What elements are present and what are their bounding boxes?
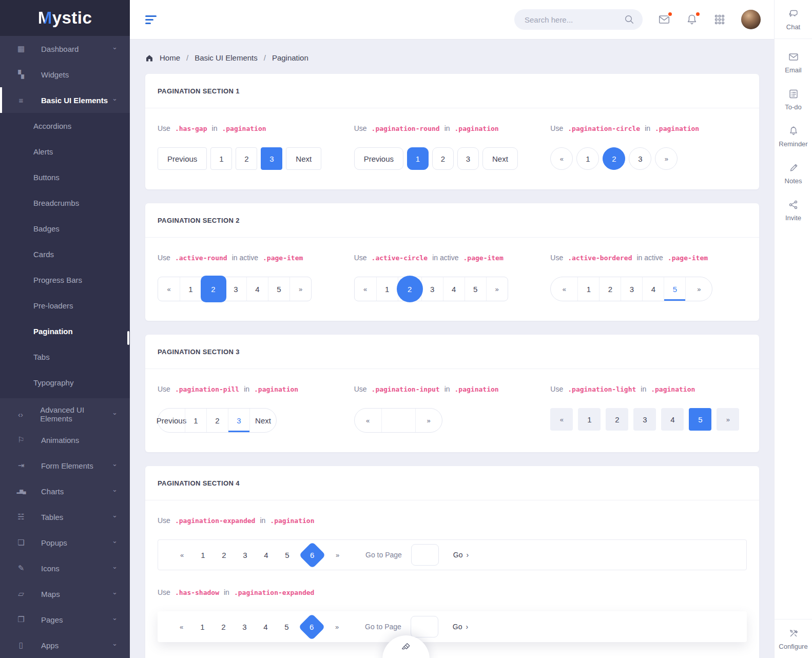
page-3-button[interactable]: 3 <box>234 623 255 631</box>
page-5-button-active[interactable]: 5 <box>664 277 685 301</box>
next-page-button[interactable]: Next <box>249 409 276 432</box>
page-2-button[interactable]: 2 <box>213 623 234 631</box>
rail-item-chat[interactable]: Chat <box>775 0 812 39</box>
apps-grid-button[interactable] <box>713 13 726 26</box>
page-2-button-active[interactable]: 2 <box>201 277 225 301</box>
rail-item-invite[interactable]: Invite <box>775 192 812 229</box>
sidebar-toggle-button[interactable] <box>145 15 157 24</box>
last-page-button[interactable]: » <box>415 409 442 432</box>
user-avatar[interactable] <box>741 10 761 29</box>
rail-item-notes[interactable]: Notes <box>775 155 812 192</box>
sidebar-item-dashboard[interactable]: ▦ Dashboard ⌄ <box>0 36 130 62</box>
first-page-button[interactable]: « <box>171 551 192 559</box>
sidebar-item-popups[interactable]: ❏ Popups ⌄ <box>0 530 130 555</box>
page-2-button[interactable]: 2 <box>236 147 257 170</box>
sidebar-item-pages[interactable]: ❐ Pages ⌄ <box>0 607 130 632</box>
page-number-input[interactable] <box>382 409 415 432</box>
page-3-button[interactable]: 3 <box>421 277 443 301</box>
breadcrumb-home[interactable]: Home <box>160 53 180 62</box>
sidebar-item-basic-ui-elements[interactable]: ≡ Basic UI Elements ⌄ <box>0 87 130 113</box>
page-4-button[interactable]: 4 <box>255 623 276 631</box>
sidebar-subitem-progress-bars[interactable]: Progress Bars <box>0 267 130 293</box>
page-1-button[interactable]: 1 <box>577 277 599 301</box>
page-1-button[interactable]: 1 <box>376 277 398 301</box>
page-4-button[interactable]: 4 <box>642 277 664 301</box>
page-1-button[interactable]: 1 <box>576 147 599 170</box>
page-1-button[interactable]: 1 <box>192 623 213 631</box>
previous-page-button[interactable]: Previous <box>158 147 207 170</box>
last-page-button[interactable]: » <box>717 408 739 431</box>
page-2-button-active[interactable]: 2 <box>603 147 625 170</box>
previous-page-button[interactable]: Previous <box>354 147 403 170</box>
rail-item-email[interactable]: Email <box>775 44 812 81</box>
rail-item-configure[interactable]: Configure <box>775 619 812 658</box>
sidebar-item-advanced-ui-elements[interactable]: ‹› Advanced UI Elements ⌄ <box>0 401 130 427</box>
notifications-button[interactable] <box>686 13 698 26</box>
page-3-button-active[interactable]: 3 <box>228 409 249 432</box>
sidebar-subitem-badges[interactable]: Badges <box>0 216 130 241</box>
rail-item-reminder[interactable]: Reminder <box>775 118 812 155</box>
page-1-button[interactable]: 1 <box>192 551 214 559</box>
last-page-button[interactable]: » <box>655 147 678 170</box>
sidebar-item-animations[interactable]: ⚐ Animations <box>0 427 130 453</box>
page-3-button[interactable]: 3 <box>633 408 656 431</box>
go-button[interactable]: Go› <box>453 551 469 559</box>
goto-page-input[interactable] <box>411 616 438 637</box>
first-page-button[interactable]: « <box>355 409 381 432</box>
page-4-button[interactable]: 4 <box>661 408 684 431</box>
first-page-button[interactable]: « <box>551 277 577 301</box>
page-3-button-active[interactable]: 3 <box>261 147 282 170</box>
first-page-button[interactable]: « <box>550 147 573 170</box>
page-3-button[interactable]: 3 <box>235 551 256 559</box>
breadcrumb-basic-ui[interactable]: Basic UI Elements <box>195 53 258 62</box>
page-5-button[interactable]: 5 <box>277 551 298 559</box>
go-button[interactable]: Go› <box>453 623 468 631</box>
sidebar-subitem-breadcrumbs[interactable]: Breadcrumbs <box>0 190 130 216</box>
sidebar-subitem-pre-loaders[interactable]: Pre-loaders <box>0 293 130 318</box>
last-page-button[interactable]: » <box>685 277 712 301</box>
page-2-button[interactable]: 2 <box>606 408 628 431</box>
page-3-button[interactable]: 3 <box>457 147 479 170</box>
page-5-button[interactable]: 5 <box>276 623 297 631</box>
sidebar-subitem-buttons[interactable]: Buttons <box>0 164 130 190</box>
rail-item-todo[interactable]: To-do <box>775 81 812 118</box>
sidebar-subitem-alerts[interactable]: Alerts <box>0 139 130 164</box>
first-page-button[interactable]: « <box>355 277 376 301</box>
messages-button[interactable] <box>658 13 670 26</box>
page-6-button-active[interactable]: 6 <box>299 541 325 568</box>
page-6-button-active[interactable]: 6 <box>298 613 325 640</box>
sidebar-item-form-elements[interactable]: ⇥ Form Elements ⌄ <box>0 453 130 478</box>
sidebar-scrollbar-thumb[interactable] <box>127 331 129 345</box>
page-4-button[interactable]: 4 <box>246 277 268 301</box>
sidebar-subitem-typography[interactable]: Typography <box>0 370 130 395</box>
sidebar-item-widgets[interactable]: ▚ Widgets <box>0 62 130 87</box>
page-1-button[interactable]: 1 <box>185 409 206 432</box>
first-page-button[interactable]: « <box>158 277 180 301</box>
sidebar-subitem-cards[interactable]: Cards <box>0 241 130 267</box>
sidebar-subitem-pagination[interactable]: Pagination <box>0 318 130 344</box>
page-4-button[interactable]: 4 <box>443 277 465 301</box>
page-2-button[interactable]: 2 <box>599 277 621 301</box>
last-page-button[interactable]: » <box>289 277 311 301</box>
page-2-button[interactable]: 2 <box>432 147 454 170</box>
page-1-button[interactable]: 1 <box>210 147 232 170</box>
first-page-button[interactable]: « <box>171 623 192 631</box>
first-page-button[interactable]: « <box>550 408 573 431</box>
brand-logo[interactable]: Mystic <box>0 0 130 36</box>
last-page-button[interactable]: » <box>486 277 508 301</box>
previous-page-button[interactable]: Previous <box>158 409 185 432</box>
page-1-button[interactable]: 1 <box>180 277 201 301</box>
goto-page-input[interactable] <box>411 544 439 566</box>
page-5-button[interactable]: 5 <box>268 277 289 301</box>
page-3-button[interactable]: 3 <box>225 277 246 301</box>
sidebar-subitem-tabs[interactable]: Tabs <box>0 344 130 370</box>
page-2-button-active[interactable]: 2 <box>398 277 421 301</box>
page-5-button[interactable]: 5 <box>465 277 486 301</box>
sidebar-item-apps[interactable]: ▯ Apps ⌄ <box>0 632 130 658</box>
next-page-button[interactable]: Next <box>482 147 518 170</box>
page-3-button[interactable]: 3 <box>629 147 651 170</box>
last-page-button[interactable]: » <box>326 623 347 631</box>
page-2-button[interactable]: 2 <box>206 409 228 432</box>
sidebar-item-charts[interactable]: ▂▆▄ Charts ⌄ <box>0 478 130 504</box>
sidebar-subitem-accordions[interactable]: Accordions <box>0 113 130 139</box>
